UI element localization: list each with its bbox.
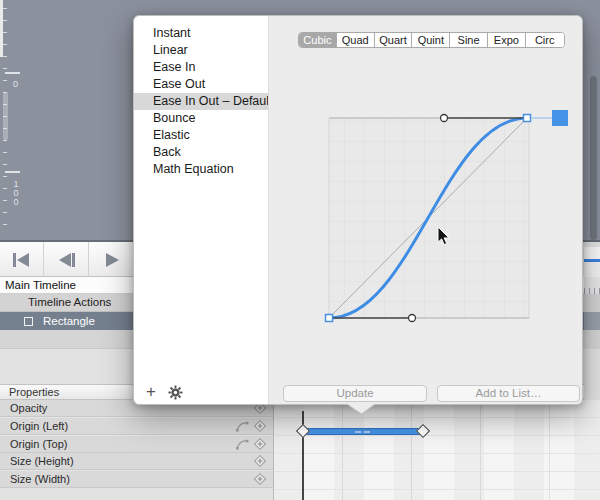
property-label: Opacity — [10, 402, 47, 414]
update-button[interactable]: Update — [283, 385, 427, 402]
tab-quad[interactable]: Quad — [337, 33, 375, 47]
tab-quint[interactable]: Quint — [412, 33, 450, 47]
ruler-extent-indicator — [3, 92, 8, 140]
step-back-button[interactable] — [45, 242, 89, 277]
easing-item-ease-in[interactable]: Ease In — [134, 59, 268, 76]
property-label: Size (Height) — [10, 455, 74, 467]
play-icon — [104, 252, 120, 268]
add-to-list-button[interactable]: Add to List… — [437, 385, 580, 402]
add-keyframe-icon[interactable] — [253, 472, 267, 486]
easing-curve-icon[interactable] — [235, 438, 249, 450]
property-row-origin-left[interactable]: Origin (Left) — [0, 418, 273, 435]
easing-item-bounce[interactable]: Bounce — [134, 110, 268, 127]
curve-endpoint-start[interactable] — [326, 315, 333, 322]
add-keyframe-icon[interactable] — [253, 437, 267, 451]
easing-item-elastic[interactable]: Elastic — [134, 127, 268, 144]
property-label: Origin (Left) — [10, 420, 68, 432]
step-backward-icon — [57, 252, 76, 268]
control-handle-top[interactable] — [441, 115, 448, 122]
add-keyframe-icon[interactable] — [253, 419, 267, 433]
row-sliver — [584, 294, 600, 312]
easing-list: Instant Linear Ease In Ease Out Ease In … — [134, 16, 269, 404]
scene-vertical-scrollbar[interactable] — [590, 76, 597, 240]
easing-item-back[interactable]: Back — [134, 144, 268, 161]
tab-circ[interactable]: Circ — [526, 33, 564, 47]
skip-to-start-icon — [12, 252, 31, 268]
easing-item-instant[interactable]: Instant — [134, 25, 268, 42]
add-keyframe-icon[interactable] — [253, 454, 267, 468]
curve-endpoint-end[interactable] — [524, 115, 531, 122]
ruler-label-0: 0 — [13, 80, 18, 89]
empty-row — [0, 488, 273, 500]
gear-icon[interactable] — [168, 385, 183, 400]
tab-quart[interactable]: Quart — [375, 33, 413, 47]
ruler-major-tick — [5, 72, 20, 74]
ruler-label-100: 100 — [12, 180, 20, 207]
animation-span-origin-left[interactable] — [303, 428, 423, 435]
rectangle-shape-icon — [24, 317, 33, 326]
easing-popover: Instant Linear Ease In Ease Out Ease In … — [133, 15, 583, 405]
play-button[interactable] — [90, 242, 133, 277]
property-label: Origin (Top) — [10, 438, 67, 450]
tab-expo[interactable]: Expo — [488, 33, 526, 47]
row-sliver-selected — [584, 312, 600, 330]
easing-curve-icon[interactable] — [235, 420, 249, 432]
row-sliver — [584, 330, 600, 349]
control-handle-bottom[interactable] — [409, 315, 416, 322]
easing-item-ease-out[interactable]: Ease Out — [134, 76, 268, 93]
row-sliver — [584, 349, 600, 400]
value-swatch-blue[interactable] — [552, 110, 568, 126]
element-row-label: Rectangle — [43, 313, 95, 330]
property-row-origin-top[interactable]: Origin (Top) — [0, 436, 273, 453]
property-row-size-height[interactable]: Size (Height) — [0, 453, 273, 470]
easing-family-tabs: Cubic Quad Quart Quint Sine Expo Circ — [298, 32, 565, 48]
transport-bar — [0, 242, 133, 277]
property-row-size-width[interactable]: Size (Width) — [0, 471, 273, 488]
easing-item-ease-in-out-default[interactable]: Ease In Out – Default — [134, 93, 268, 110]
time-ruler-sliver — [584, 247, 600, 259]
tab-sine[interactable]: Sine — [450, 33, 488, 47]
add-custom-easing-button[interactable]: + — [146, 384, 156, 400]
popover-arrow — [347, 404, 375, 415]
time-ruler-sliver — [584, 262, 600, 277]
easing-item-linear[interactable]: Linear — [134, 42, 268, 59]
property-label: Size (Width) — [10, 473, 70, 485]
keyframe-track-area[interactable] — [273, 400, 600, 500]
jump-to-start-button[interactable] — [0, 242, 44, 277]
span-dash — [364, 431, 370, 433]
time-ruler-ticks — [584, 277, 600, 294]
bezier-curve-editor[interactable] — [284, 101, 584, 351]
tab-cubic[interactable]: Cubic — [299, 33, 337, 47]
app-window: 0 100 Main Timeline Timeline Actions Rec… — [0, 0, 600, 500]
ruler-major-tick — [5, 171, 20, 173]
easing-item-math-equation[interactable]: Math Equation — [134, 161, 268, 178]
span-dash — [355, 431, 361, 433]
